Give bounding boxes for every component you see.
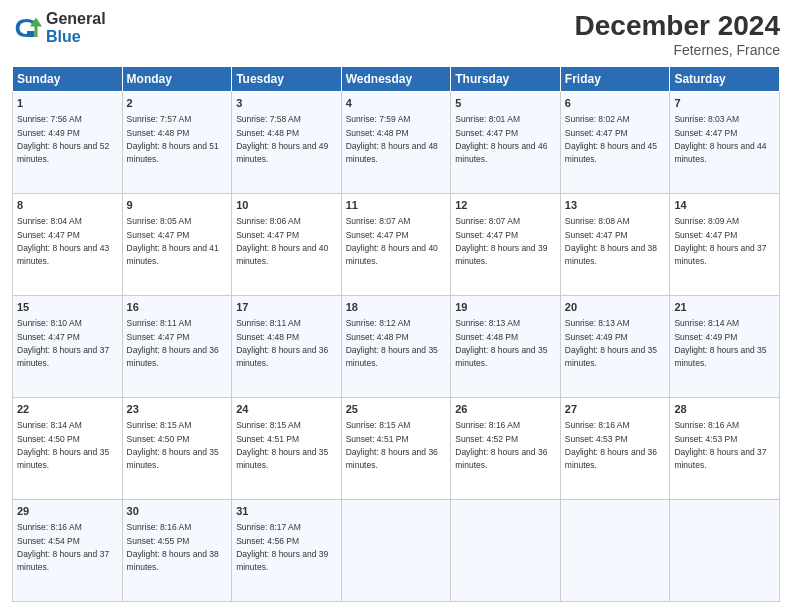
empty-cell: [451, 500, 561, 602]
day-cell-1: 1 Sunrise: 7:56 AMSunset: 4:49 PMDayligh…: [13, 92, 123, 194]
day-cell-12: 12 Sunrise: 8:07 AMSunset: 4:47 PMDaylig…: [451, 194, 561, 296]
logo-icon: [12, 13, 42, 43]
table-row: 22 Sunrise: 8:14 AMSunset: 4:50 PMDaylig…: [13, 398, 780, 500]
day-cell-18: 18 Sunrise: 8:12 AMSunset: 4:48 PMDaylig…: [341, 296, 451, 398]
col-thursday: Thursday: [451, 67, 561, 92]
day-cell-13: 13 Sunrise: 8:08 AMSunset: 4:47 PMDaylig…: [560, 194, 670, 296]
day-cell-23: 23 Sunrise: 8:15 AMSunset: 4:50 PMDaylig…: [122, 398, 232, 500]
logo-text: General Blue: [46, 10, 106, 45]
empty-cell: [560, 500, 670, 602]
day-cell-6: 6 Sunrise: 8:02 AMSunset: 4:47 PMDayligh…: [560, 92, 670, 194]
calendar-header: Sunday Monday Tuesday Wednesday Thursday…: [13, 67, 780, 92]
day-cell-31: 31 Sunrise: 8:17 AMSunset: 4:56 PMDaylig…: [232, 500, 342, 602]
day-cell-8: 8 Sunrise: 8:04 AMSunset: 4:47 PMDayligh…: [13, 194, 123, 296]
table-row: 8 Sunrise: 8:04 AMSunset: 4:47 PMDayligh…: [13, 194, 780, 296]
day-cell-22: 22 Sunrise: 8:14 AMSunset: 4:50 PMDaylig…: [13, 398, 123, 500]
day-cell-15: 15 Sunrise: 8:10 AMSunset: 4:47 PMDaylig…: [13, 296, 123, 398]
col-friday: Friday: [560, 67, 670, 92]
day-cell-4: 4 Sunrise: 7:59 AMSunset: 4:48 PMDayligh…: [341, 92, 451, 194]
day-cell-27: 27 Sunrise: 8:16 AMSunset: 4:53 PMDaylig…: [560, 398, 670, 500]
day-cell-5: 5 Sunrise: 8:01 AMSunset: 4:47 PMDayligh…: [451, 92, 561, 194]
day-cell-26: 26 Sunrise: 8:16 AMSunset: 4:52 PMDaylig…: [451, 398, 561, 500]
day-cell-11: 11 Sunrise: 8:07 AMSunset: 4:47 PMDaylig…: [341, 194, 451, 296]
col-monday: Monday: [122, 67, 232, 92]
table-row: 1 Sunrise: 7:56 AMSunset: 4:49 PMDayligh…: [13, 92, 780, 194]
day-cell-28: 28 Sunrise: 8:16 AMSunset: 4:53 PMDaylig…: [670, 398, 780, 500]
day-cell-16: 16 Sunrise: 8:11 AMSunset: 4:47 PMDaylig…: [122, 296, 232, 398]
day-cell-21: 21 Sunrise: 8:14 AMSunset: 4:49 PMDaylig…: [670, 296, 780, 398]
col-saturday: Saturday: [670, 67, 780, 92]
day-cell-7: 7 Sunrise: 8:03 AMSunset: 4:47 PMDayligh…: [670, 92, 780, 194]
header: General Blue December 2024 Feternes, Fra…: [12, 10, 780, 58]
location: Feternes, France: [575, 42, 780, 58]
table-row: 15 Sunrise: 8:10 AMSunset: 4:47 PMDaylig…: [13, 296, 780, 398]
month-title: December 2024: [575, 10, 780, 42]
day-cell-2: 2 Sunrise: 7:57 AMSunset: 4:48 PMDayligh…: [122, 92, 232, 194]
day-cell-29: 29 Sunrise: 8:16 AMSunset: 4:54 PMDaylig…: [13, 500, 123, 602]
empty-cell: [341, 500, 451, 602]
calendar-table: Sunday Monday Tuesday Wednesday Thursday…: [12, 66, 780, 602]
day-header-row: Sunday Monday Tuesday Wednesday Thursday…: [13, 67, 780, 92]
title-area: December 2024 Feternes, France: [575, 10, 780, 58]
calendar-body: 1 Sunrise: 7:56 AMSunset: 4:49 PMDayligh…: [13, 92, 780, 602]
page: General Blue December 2024 Feternes, Fra…: [0, 0, 792, 612]
logo: General Blue: [12, 10, 106, 45]
table-row: 29 Sunrise: 8:16 AMSunset: 4:54 PMDaylig…: [13, 500, 780, 602]
day-cell-9: 9 Sunrise: 8:05 AMSunset: 4:47 PMDayligh…: [122, 194, 232, 296]
day-cell-24: 24 Sunrise: 8:15 AMSunset: 4:51 PMDaylig…: [232, 398, 342, 500]
empty-cell: [670, 500, 780, 602]
day-cell-30: 30 Sunrise: 8:16 AMSunset: 4:55 PMDaylig…: [122, 500, 232, 602]
day-cell-10: 10 Sunrise: 8:06 AMSunset: 4:47 PMDaylig…: [232, 194, 342, 296]
col-sunday: Sunday: [13, 67, 123, 92]
day-cell-14: 14 Sunrise: 8:09 AMSunset: 4:47 PMDaylig…: [670, 194, 780, 296]
day-cell-25: 25 Sunrise: 8:15 AMSunset: 4:51 PMDaylig…: [341, 398, 451, 500]
day-cell-3: 3 Sunrise: 7:58 AMSunset: 4:48 PMDayligh…: [232, 92, 342, 194]
col-wednesday: Wednesday: [341, 67, 451, 92]
day-cell-20: 20 Sunrise: 8:13 AMSunset: 4:49 PMDaylig…: [560, 296, 670, 398]
col-tuesday: Tuesday: [232, 67, 342, 92]
day-cell-19: 19 Sunrise: 8:13 AMSunset: 4:48 PMDaylig…: [451, 296, 561, 398]
day-cell-17: 17 Sunrise: 8:11 AMSunset: 4:48 PMDaylig…: [232, 296, 342, 398]
